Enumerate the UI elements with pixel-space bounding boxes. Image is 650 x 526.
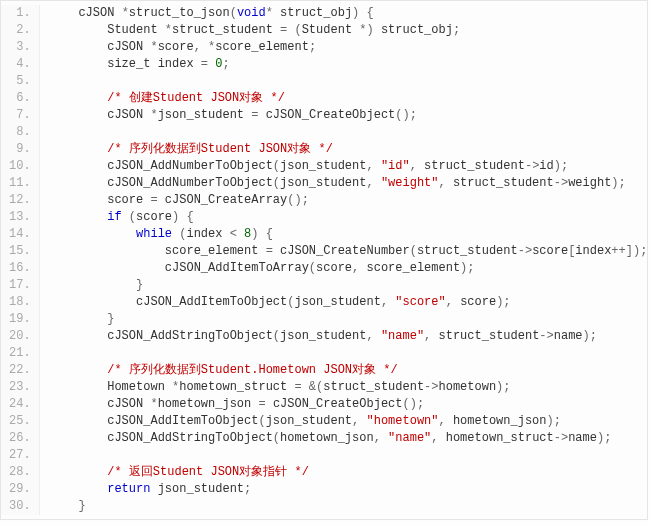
token-punct: ; — [453, 23, 460, 37]
token-punct: ); — [547, 414, 561, 428]
line-number: 26. — [9, 430, 31, 447]
token-comment: /* 创建Student JSON对象 */ — [107, 91, 285, 105]
token-ident: score — [316, 261, 352, 275]
line-number: 5. — [9, 73, 31, 90]
line-number: 12. — [9, 192, 31, 209]
token-kw-void: void — [237, 6, 266, 20]
token-op: = — [266, 244, 280, 258]
token-comment: /* 序列化数据到Student.Hometown JSON对象 */ — [107, 363, 397, 377]
token-op: -> — [525, 159, 539, 173]
token-op: -> — [539, 329, 553, 343]
token-ident: score_element — [165, 244, 266, 258]
token-punct: (); — [395, 108, 417, 122]
token-ident: cJSON_AddItemToObject — [107, 414, 258, 428]
token-op: = — [201, 57, 215, 71]
token-ident: hometown_struct — [446, 431, 554, 445]
token-ident: struct_student — [323, 380, 424, 394]
token-punct: ); — [496, 295, 510, 309]
token-ident: Student — [107, 23, 165, 37]
line-number: 7. — [9, 107, 31, 124]
token-ident: json_student — [150, 482, 244, 496]
token-punct: ( — [273, 431, 280, 445]
token-ident: index — [186, 227, 229, 241]
token-punct: ) — [366, 23, 380, 37]
token-op: * — [165, 23, 172, 37]
token-ident: score — [460, 295, 496, 309]
token-op: = — [258, 397, 272, 411]
token-ident: json_student — [280, 329, 366, 343]
token-str: "hometown" — [366, 414, 438, 428]
line-number-gutter: 1.2.3.4.5.6.7.8.9.10.11.12.13.14.15.16.1… — [1, 5, 40, 515]
token-ident: weight — [568, 176, 611, 190]
token-ident: score — [532, 244, 568, 258]
token-punct: ; — [222, 57, 229, 71]
code-line: cJSON_AddItemToObject(json_student, "sco… — [50, 294, 648, 311]
token-kw-return: return — [107, 482, 150, 496]
line-number: 2. — [9, 22, 31, 39]
token-op: = — [150, 193, 164, 207]
code-line: cJSON *struct_to_json(void* struct_obj) … — [50, 5, 648, 22]
token-ident: struct_student — [417, 244, 518, 258]
token-ident: cJSON_AddItemToObject — [136, 295, 287, 309]
token-punct: , — [431, 431, 445, 445]
line-number: 10. — [9, 158, 31, 175]
token-ident: cJSON_CreateNumber — [280, 244, 410, 258]
code-line: cJSON *score, *score_element; — [50, 39, 648, 56]
token-ident: json_student — [280, 159, 366, 173]
line-number: 19. — [9, 311, 31, 328]
code-line: /* 返回Student JSON对象指针 */ — [50, 464, 648, 481]
line-number: 18. — [9, 294, 31, 311]
token-str: "id" — [381, 159, 410, 173]
token-ident: cJSON_CreateObject — [273, 397, 403, 411]
token-punct: ); — [583, 329, 597, 343]
line-number: 1. — [9, 5, 31, 22]
token-op: -> — [554, 431, 568, 445]
code-line — [50, 124, 648, 141]
line-number: 23. — [9, 379, 31, 396]
line-number: 16. — [9, 260, 31, 277]
token-ident: hometown_struct — [179, 380, 294, 394]
line-number: 3. — [9, 39, 31, 56]
token-punct: ( — [258, 414, 265, 428]
token-punct: , — [374, 431, 388, 445]
code-line — [50, 447, 648, 464]
code-line: cJSON *json_student = cJSON_CreateObject… — [50, 107, 648, 124]
line-number: 14. — [9, 226, 31, 243]
token-punct: } — [78, 499, 85, 513]
token-op: = — [251, 108, 265, 122]
token-ident: cJSON_CreateArray — [165, 193, 287, 207]
line-number: 6. — [9, 90, 31, 107]
token-ident: Student — [302, 23, 360, 37]
code-line: return json_student; — [50, 481, 648, 498]
token-ident: name — [568, 431, 597, 445]
line-number: 17. — [9, 277, 31, 294]
token-ident: index — [575, 244, 611, 258]
token-comment: /* 返回Student JSON对象指针 */ — [107, 465, 309, 479]
token-ident: Hometown — [107, 380, 172, 394]
line-number: 11. — [9, 175, 31, 192]
token-punct: ]); — [626, 244, 648, 258]
token-punct: ); — [496, 380, 510, 394]
line-number: 27. — [9, 447, 31, 464]
token-punct: ); — [597, 431, 611, 445]
token-ident: struct_student — [439, 329, 540, 343]
token-punct: , — [439, 414, 453, 428]
token-op: * — [150, 108, 157, 122]
code-line: if (score) { — [50, 209, 648, 226]
token-op: * — [266, 6, 280, 20]
code-line: Student *struct_student = (Student *) st… — [50, 22, 648, 39]
code-line: cJSON_AddItemToObject(json_student, "hom… — [50, 413, 648, 430]
token-op: * — [150, 40, 157, 54]
line-number: 15. — [9, 243, 31, 260]
line-number: 29. — [9, 481, 31, 498]
token-ident: struct_obj — [280, 6, 352, 20]
code-line: cJSON_AddNumberToObject(json_student, "w… — [50, 175, 648, 192]
token-punct: ( — [294, 23, 301, 37]
code-line: cJSON *hometown_json = cJSON_CreateObjec… — [50, 396, 648, 413]
code-content: cJSON *struct_to_json(void* struct_obj) … — [40, 5, 650, 515]
token-str: "score" — [395, 295, 445, 309]
token-ident: cJSON_CreateObject — [266, 108, 396, 122]
token-ident: score — [158, 40, 194, 54]
token-ident: struct_student — [453, 176, 554, 190]
token-punct: ); — [611, 176, 625, 190]
